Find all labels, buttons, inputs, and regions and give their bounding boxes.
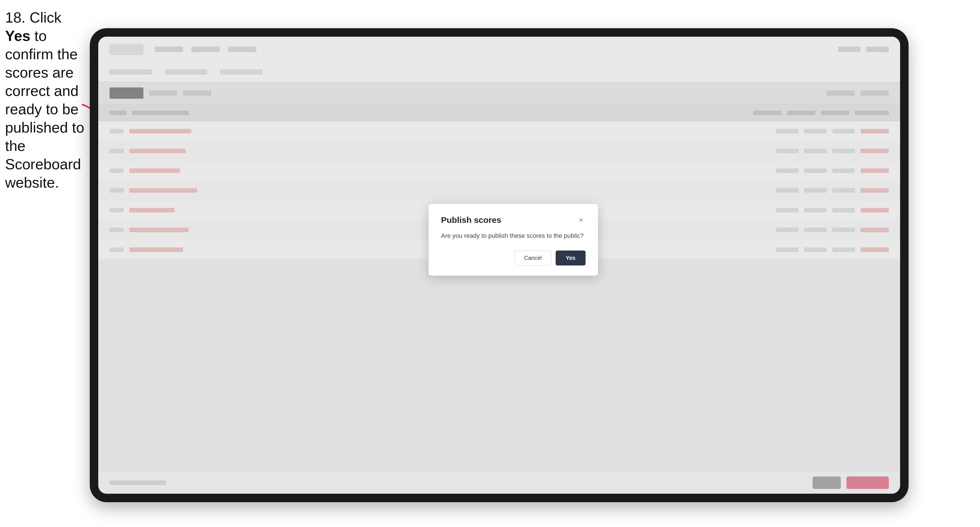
- dialog-body: Are you ready to publish these scores to…: [441, 232, 585, 240]
- modal-overlay: Publish scores × Are you ready to publis…: [98, 37, 900, 494]
- dialog-header: Publish scores ×: [441, 215, 585, 225]
- step-number: 18.: [5, 9, 25, 26]
- dialog-footer: Cancel Yes: [441, 251, 585, 265]
- dialog-title: Publish scores: [441, 215, 501, 225]
- dialog-close-button[interactable]: ×: [576, 216, 585, 225]
- cancel-button[interactable]: Cancel: [515, 251, 551, 265]
- yes-emphasis: Yes: [5, 28, 30, 44]
- publish-scores-dialog: Publish scores × Are you ready to publis…: [429, 204, 598, 276]
- instruction-suffix: to confirm the scores are correct and re…: [5, 28, 84, 191]
- tablet-screen: › ›: [98, 37, 900, 494]
- instruction-text: 18. Click Yes to confirm the scores are …: [5, 8, 87, 192]
- instruction-prefix: Click: [30, 9, 62, 26]
- tablet-device: › ›: [90, 28, 908, 502]
- yes-button[interactable]: Yes: [556, 251, 585, 265]
